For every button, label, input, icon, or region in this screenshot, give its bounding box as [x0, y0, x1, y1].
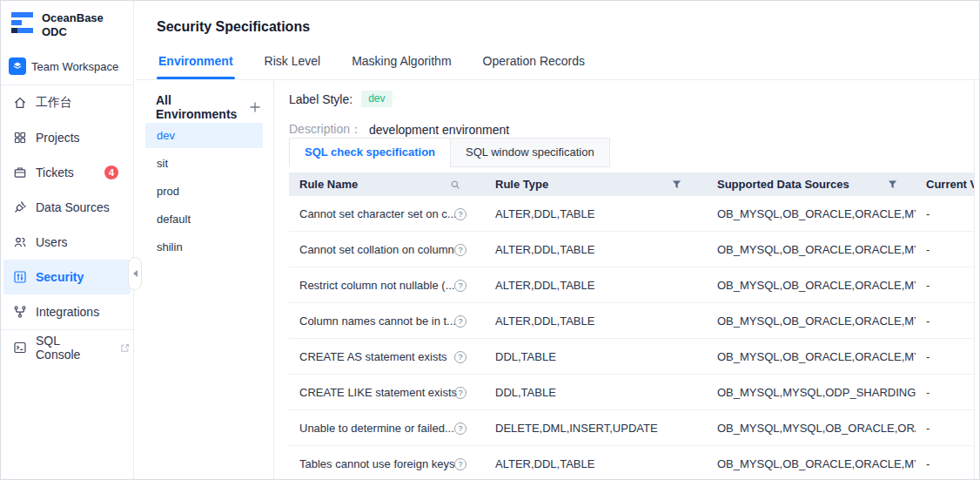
sidebar-item-tickets[interactable]: Tickets 4 [3, 155, 131, 190]
sidebar-nav: 工作台 Projects Tickets 4 Data Sources [1, 85, 133, 365]
column-label: Rule Type [495, 178, 548, 191]
spec-tabs: SQL check specification SQL window speci… [289, 138, 610, 167]
sidebar-collapse-handle[interactable] [128, 257, 142, 290]
sidebar-item-data-sources[interactable]: Data Sources [3, 190, 131, 225]
tab-operation-records[interactable]: Operation Records [481, 54, 587, 79]
sidebar-item-users[interactable]: Users [3, 225, 131, 260]
rule-name-cell: Tables cannot use foreign keys? [289, 446, 485, 479]
sidebar-item-label: Tickets [36, 166, 74, 179]
rules-table: Rule Name Rule Type Supported Data Sourc… [289, 172, 974, 479]
sidebar-item-integrations[interactable]: Integrations [3, 294, 131, 329]
env-item-default[interactable]: default [145, 206, 263, 232]
tickets-count-badge: 4 [104, 166, 118, 179]
collapse-left-icon [133, 270, 138, 277]
workspace-switcher[interactable]: Team Workspace [9, 57, 118, 75]
label-style-row: Label Style: dev [289, 91, 393, 107]
description-label: Description： [289, 122, 362, 138]
help-icon[interactable]: ? [454, 387, 467, 399]
help-icon[interactable]: ? [454, 315, 467, 328]
rule-name: Cannot set collation on column [299, 243, 454, 256]
column-supported-data-sources: Supported Data Sources [707, 172, 916, 196]
description-row: Description： development environment [289, 122, 509, 138]
current-value-cell: - [916, 267, 974, 303]
filter-icon[interactable] [672, 179, 681, 189]
table-row[interactable]: Cannot set character set on c...? ALTER,… [289, 196, 974, 232]
data-sources-cell: OB_MYSQL,OB_ORACLE,ORACLE,MYSQ... [707, 196, 916, 232]
rule-name: Restrict column not nullable (... [299, 279, 454, 292]
table-row[interactable]: CREATE AS statement exists? DDL,TABLE OB… [289, 339, 974, 375]
help-icon[interactable]: ? [454, 423, 467, 435]
sidebar-item-sql-console[interactable]: SQL Console [3, 330, 131, 365]
column-rule-type: Rule Type [485, 172, 707, 196]
help-icon[interactable]: ? [454, 458, 467, 470]
rule-type-cell: DDL,TABLE [485, 375, 707, 410]
table-row[interactable]: Cannot set collation on column? ALTER,DD… [289, 232, 974, 267]
env-item-shilin[interactable]: shilin [145, 234, 263, 260]
rule-type-cell: ALTER,DDL,TABLE [485, 446, 707, 479]
tab-environment[interactable]: Environment [157, 54, 235, 79]
data-sources-icon [13, 200, 27, 214]
tab-masking-algorithm[interactable]: Masking Algorithm [350, 54, 453, 79]
brand-line2: ODC [42, 25, 104, 39]
data-sources-cell: OB_MYSQL,OB_ORACLE,ORACLE,MYSQ... [707, 303, 916, 339]
rule-name-cell: CREATE LIKE statement exists? [289, 375, 485, 410]
table-row[interactable]: CREATE LIKE statement exists? DDL,TABLE … [289, 375, 974, 410]
rule-name: CREATE AS statement exists [299, 350, 447, 363]
rule-type-cell: ALTER,DDL,TABLE [485, 196, 707, 232]
rule-type-cell: ALTER,DDL,TABLE [485, 232, 707, 267]
table-row[interactable]: Column names cannot be in t...? ALTER,DD… [289, 303, 974, 339]
filter-icon[interactable] [888, 179, 897, 189]
tab-sql-window-specification[interactable]: SQL window specification [450, 138, 610, 167]
rule-type-cell: DDL,TABLE [485, 339, 707, 375]
current-value-cell: - [916, 196, 974, 232]
add-environment-button[interactable] [249, 101, 261, 113]
help-icon[interactable]: ? [454, 351, 467, 363]
workspace-label: Team Workspace [31, 60, 118, 73]
env-tag: dev [361, 91, 392, 107]
column-current-value: Current Value [916, 172, 974, 196]
help-icon[interactable]: ? [454, 208, 467, 220]
column-rule-name: Rule Name [289, 172, 485, 196]
rule-name: Column names cannot be in t... [299, 314, 456, 328]
environment-list-panel: All Environments dev sit prod default sh… [135, 80, 274, 479]
data-sources-cell: OB_MYSQL,MYSQL,OB_ORACLE,ORACLE [707, 410, 916, 446]
tab-sql-check-specification[interactable]: SQL check specification [289, 138, 451, 167]
environment-list: dev sit prod default shilin [145, 123, 263, 262]
env-item-prod[interactable]: prod [145, 179, 263, 204]
current-value-cell: - [916, 339, 974, 375]
rule-name-cell: Column names cannot be in t...? [289, 303, 485, 339]
help-icon[interactable]: ? [454, 280, 467, 292]
brand-line1: OceanBase [42, 11, 104, 25]
current-value-cell: - [916, 410, 974, 446]
odc-app-window: OceanBase ODC Team Workspace 工作台 [0, 0, 980, 480]
table-row[interactable]: Tables cannot use foreign keys? ALTER,DD… [289, 446, 974, 479]
sidebar-item-label: 工作台 [36, 95, 72, 111]
search-icon[interactable] [450, 179, 460, 190]
home-icon [13, 96, 27, 110]
sidebar-item-workbench[interactable]: 工作台 [3, 85, 131, 120]
tab-risk-level[interactable]: Risk Level [263, 54, 323, 79]
sidebar-item-label: Projects [36, 131, 80, 145]
rule-name-cell: Cannot set collation on column? [289, 232, 485, 267]
sidebar-item-label: SQL Console [36, 334, 105, 362]
current-value-cell: - [916, 446, 974, 479]
current-value-cell: - [916, 375, 974, 410]
security-icon [13, 270, 27, 284]
column-label: Rule Name [299, 178, 358, 191]
rule-type-cell: DELETE,DML,INSERT,UPDATE [485, 410, 707, 446]
help-icon[interactable]: ? [454, 244, 467, 256]
sidebar-item-projects[interactable]: Projects [3, 120, 131, 155]
rule-name-cell: Cannot set character set on c...? [289, 196, 485, 232]
env-item-dev[interactable]: dev [145, 123, 263, 148]
current-value-cell: - [916, 303, 974, 339]
page-header: Security Specifications Environment Risk… [135, 1, 979, 80]
rule-name: Tables cannot use foreign keys [299, 457, 455, 470]
env-item-sit[interactable]: sit [145, 151, 263, 176]
rule-name: Cannot set character set on c... [299, 207, 457, 220]
sidebar-item-security[interactable]: Security [3, 260, 131, 294]
projects-icon [13, 131, 27, 145]
table-row[interactable]: Unable to determine or failed...? DELETE… [289, 410, 974, 446]
scrollbar-gutter[interactable] [974, 80, 980, 479]
data-sources-cell: OB_MYSQL,OB_ORACLE,ORACLE,MYSQ... [707, 446, 916, 479]
table-row[interactable]: Restrict column not nullable (...? ALTER… [289, 267, 974, 303]
